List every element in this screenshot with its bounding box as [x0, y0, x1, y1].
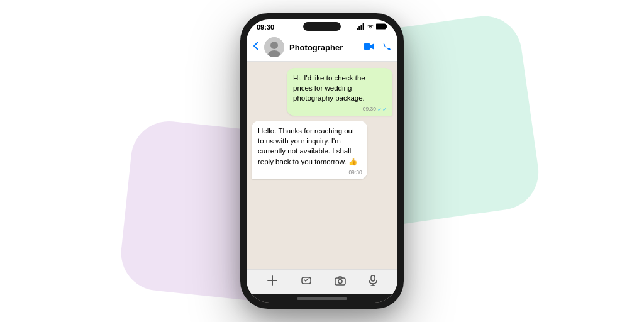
- video-call-icon[interactable]: [364, 42, 375, 52]
- svg-rect-1: [358, 26, 360, 30]
- message-received-text: Hello. Thanks for reaching out to us wit…: [258, 127, 357, 165]
- avatar: [264, 37, 284, 57]
- status-time: 09:30: [257, 23, 274, 31]
- wifi-icon: [367, 23, 374, 31]
- battery-icon: [376, 23, 387, 31]
- svg-rect-5: [386, 25, 387, 28]
- message-sent: Hi. I'd like to check the prices for wed…: [287, 68, 392, 116]
- read-ticks: ✓✓: [377, 106, 387, 114]
- home-bar: [297, 297, 347, 300]
- status-bar: 09:30: [247, 19, 397, 33]
- chat-footer: [247, 269, 397, 294]
- chat-body: Hi. I'd like to check the prices for wed…: [247, 62, 397, 269]
- status-icons: [357, 23, 387, 31]
- svg-rect-0: [357, 28, 358, 30]
- svg-rect-3: [363, 23, 364, 30]
- microphone-icon[interactable]: [369, 275, 377, 289]
- header-actions: [364, 42, 391, 53]
- svg-point-14: [338, 280, 342, 284]
- back-button[interactable]: [253, 41, 259, 53]
- svg-rect-15: [371, 275, 375, 281]
- add-icon[interactable]: [267, 275, 278, 289]
- message-sent-text: Hi. I'd like to check the prices for wed…: [293, 74, 365, 102]
- contact-name: Photographer: [289, 43, 358, 52]
- dynamic-island: [303, 22, 341, 31]
- sticker-icon[interactable]: [301, 275, 312, 289]
- message-sent-time: 09:30 ✓✓: [363, 106, 387, 114]
- message-received-time: 09:30: [348, 169, 362, 177]
- phone-mockup: 09:30: [240, 13, 404, 309]
- message-received: Hello. Thanks for reaching out to us wit…: [252, 121, 367, 179]
- signal-icon: [357, 23, 365, 31]
- phone-screen: 09:30: [247, 19, 397, 303]
- svg-point-7: [270, 42, 278, 49]
- phone-frame: 09:30: [240, 13, 404, 309]
- svg-rect-4: [376, 24, 386, 29]
- svg-rect-2: [360, 25, 362, 30]
- svg-rect-9: [364, 43, 370, 50]
- camera-icon[interactable]: [335, 275, 346, 288]
- phone-call-icon[interactable]: [382, 42, 391, 53]
- svg-rect-13: [335, 278, 345, 285]
- home-indicator: [247, 294, 397, 303]
- chat-header: Photographer: [247, 33, 397, 62]
